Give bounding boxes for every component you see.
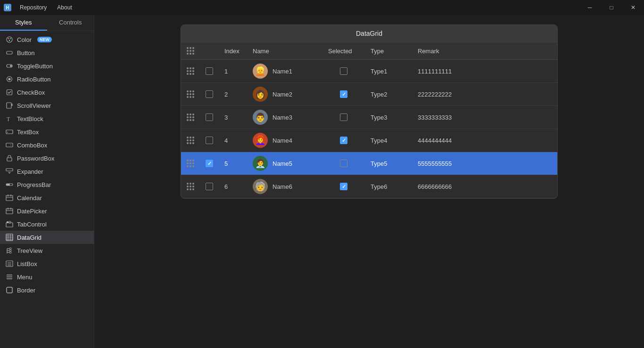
row-checkbox[interactable] — [206, 160, 213, 167]
sidebar-item-calendar[interactable]: Calendar — [0, 191, 94, 204]
row-checkbox[interactable] — [206, 90, 213, 98]
drag-handle-icon — [187, 90, 194, 98]
selected-checkbox[interactable] — [340, 113, 347, 121]
col-header-handle — [181, 42, 200, 60]
menu-about[interactable]: About — [52, 2, 76, 13]
row-checkbox[interactable] — [206, 113, 213, 121]
cell-selected[interactable] — [322, 152, 365, 175]
svg-rect-51 — [7, 287, 12, 293]
table-row[interactable]: 2👩Name2Type22222222222 — [181, 83, 557, 106]
cell-row-checkbox[interactable] — [200, 106, 219, 129]
sidebar-item-tabcontrol[interactable]: TabControl — [0, 218, 94, 231]
cell-name: 🧑‍💼Name5 — [247, 152, 322, 175]
svg-point-2 — [10, 38, 11, 39]
cell-row-checkbox[interactable] — [200, 175, 219, 198]
sidebar-item-radiobutton[interactable]: RadioButton — [0, 73, 94, 86]
drag-handle-icon — [187, 160, 194, 167]
checkbox-icon — [6, 89, 13, 96]
sidebar-item-datepicker[interactable]: DatePicker — [0, 204, 94, 218]
sidebar-label-datepicker: DatePicker — [17, 208, 47, 215]
selected-checkbox[interactable] — [340, 160, 347, 167]
main-content: DataGrid Index Name — [94, 15, 644, 348]
selected-checkbox[interactable] — [340, 67, 347, 75]
row-checkbox[interactable] — [206, 137, 213, 144]
table-row[interactable]: 5🧑‍💼Name5Type55555555555 — [181, 152, 557, 175]
cell-handle — [181, 60, 200, 83]
avatar: 🧑‍💼 — [253, 156, 268, 171]
minimize-button[interactable]: ─ — [579, 0, 601, 15]
tabs-icon — [6, 220, 13, 228]
textbox-icon — [6, 128, 13, 136]
row-checkbox[interactable] — [206, 67, 213, 75]
window-controls: ─ □ ✕ — [579, 0, 644, 15]
cell-name: 👱Name1 — [247, 60, 322, 82]
name-label: Name6 — [272, 183, 292, 190]
progress-icon — [6, 181, 13, 188]
datepicker-icon — [6, 207, 13, 215]
cell-row-checkbox[interactable] — [200, 83, 219, 106]
tab-styles[interactable]: Styles — [0, 15, 47, 31]
sidebar-item-togglebutton[interactable]: ToggleButton — [0, 59, 94, 73]
cell-row-checkbox[interactable] — [200, 129, 219, 152]
svg-rect-19 — [6, 184, 10, 186]
sidebar-item-button[interactable]: Button — [0, 46, 94, 59]
svg-rect-24 — [6, 209, 13, 214]
sidebar-item-passwordbox[interactable]: PasswordBox — [0, 152, 94, 165]
sidebar-item-treeview[interactable]: TreeView — [0, 244, 94, 257]
cell-index: 5 — [219, 152, 247, 175]
cell-row-checkbox[interactable] — [200, 152, 219, 175]
maximize-button[interactable]: □ — [601, 0, 622, 15]
cell-name: 👨Name3 — [247, 106, 322, 129]
calendar-icon — [6, 194, 13, 202]
tree-icon — [6, 247, 13, 254]
sidebar-item-scrollviewer[interactable]: ScrollViewer — [0, 99, 94, 112]
selected-checkbox[interactable] — [340, 137, 347, 144]
cell-type: Type4 — [365, 129, 412, 152]
sidebar-label-tabcontrol: TabControl — [17, 221, 47, 228]
svg-point-43 — [9, 251, 11, 253]
sidebar-item-combobox[interactable]: ComboBox — [0, 138, 94, 152]
cell-row-checkbox[interactable] — [200, 60, 219, 83]
sidebar-label-togglebutton: ToggleButton — [17, 63, 53, 70]
table-row[interactable]: 6🧓Name6Type66666666666 — [181, 175, 557, 198]
svg-rect-15 — [6, 143, 13, 147]
sidebar-item-menu[interactable]: Menu — [0, 270, 94, 283]
cell-selected[interactable] — [322, 106, 365, 129]
row-checkbox[interactable] — [206, 183, 213, 190]
datagrid-window: DataGrid Index Name — [181, 24, 558, 199]
table-row[interactable]: 4👩‍🦰Name4Type44444444444 — [181, 129, 557, 152]
sidebar-item-textblock[interactable]: T TextBlock — [0, 112, 94, 125]
cell-selected[interactable] — [322, 129, 365, 152]
svg-rect-20 — [6, 195, 13, 201]
cell-selected[interactable] — [322, 60, 365, 83]
cell-selected[interactable] — [322, 175, 365, 198]
sidebar-items-list: Color NEW Button ToggleButton — [0, 31, 94, 348]
app-body: Styles Controls Color NEW — [0, 15, 644, 348]
sidebar-item-listbox[interactable]: ListBox — [0, 257, 94, 270]
cell-remark: 2222222222 — [412, 83, 557, 106]
close-button[interactable]: ✕ — [622, 0, 644, 15]
sidebar-item-checkbox[interactable]: CheckBox — [0, 86, 94, 99]
radio-icon — [6, 75, 13, 83]
table-row[interactable]: 3👨Name3Type33333333333 — [181, 106, 557, 129]
palette-icon — [6, 36, 13, 43]
tab-controls[interactable]: Controls — [47, 15, 94, 31]
cell-selected[interactable] — [322, 83, 365, 106]
svg-point-8 — [8, 78, 11, 81]
toggle-icon — [6, 62, 13, 70]
selected-checkbox[interactable] — [340, 90, 347, 98]
datagrid-title: DataGrid — [181, 25, 557, 42]
table-row[interactable]: 1👱Name1Type11111111111 — [181, 60, 557, 83]
sidebar-item-progressbar[interactable]: ProgressBar — [0, 178, 94, 191]
col-header-index: Index — [219, 42, 247, 60]
selected-checkbox[interactable] — [340, 183, 347, 190]
datagrid-table: Index Name Selected Type Remark 1👱Name1T… — [181, 42, 557, 198]
sidebar-item-textbox[interactable]: TextBox — [0, 125, 94, 138]
sidebar-item-border[interactable]: Border — [0, 283, 94, 297]
cell-remark: 1111111111 — [412, 60, 557, 83]
sidebar-item-expander[interactable]: Expander — [0, 165, 94, 178]
sidebar-item-color[interactable]: Color NEW — [0, 33, 94, 46]
menu-repository[interactable]: Repository — [15, 2, 51, 13]
sidebar-item-datagrid[interactable]: DataGrid — [0, 231, 94, 244]
cell-name: 🧓Name6 — [247, 175, 322, 198]
